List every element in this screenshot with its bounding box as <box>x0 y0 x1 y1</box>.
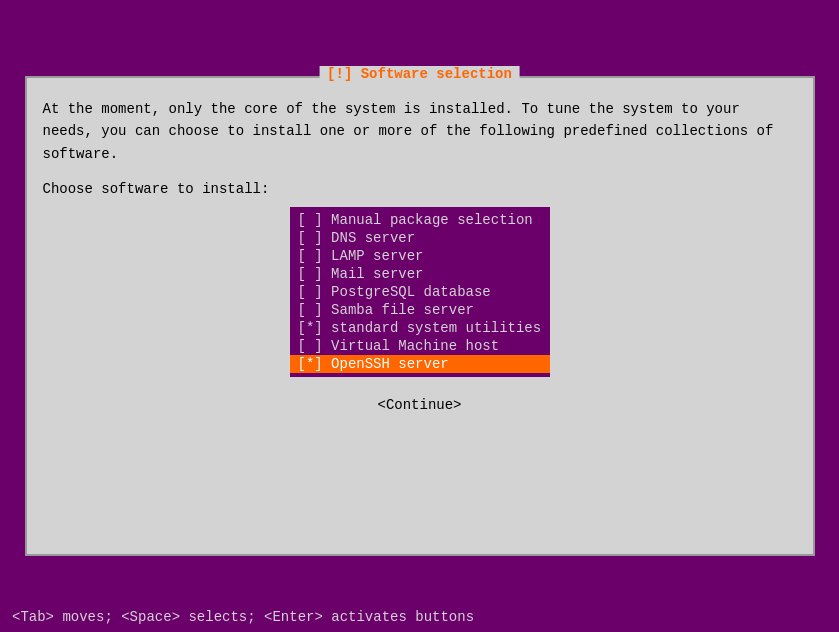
list-item-lamp[interactable]: [ ] LAMP server <box>290 247 550 265</box>
desc-line1: At the moment, only the core of the syst… <box>43 101 740 117</box>
list-item-standard[interactable]: [*] standard system utilities <box>290 319 550 337</box>
software-list-container: [ ] Manual package selection [ ] DNS ser… <box>43 207 797 538</box>
list-item-dns[interactable]: [ ] DNS server <box>290 229 550 247</box>
choose-label: Choose software to install: <box>43 181 797 197</box>
list-item-vm[interactable]: [ ] Virtual Machine host <box>290 337 550 355</box>
description: At the moment, only the core of the syst… <box>43 98 797 165</box>
desc-line2: needs, you can choose to install one or … <box>43 123 774 139</box>
software-list[interactable]: [ ] Manual package selection [ ] DNS ser… <box>290 207 550 377</box>
dialog-box: [!] Software selection At the moment, on… <box>25 76 815 556</box>
desc-line3: software. <box>43 146 119 162</box>
list-item-samba[interactable]: [ ] Samba file server <box>290 301 550 319</box>
status-bar: <Tab> moves; <Space> selects; <Enter> ac… <box>0 602 839 632</box>
continue-button[interactable]: <Continue> <box>377 397 461 413</box>
list-item-manual[interactable]: [ ] Manual package selection <box>290 211 550 229</box>
list-item-openssh[interactable]: [*] OpenSSH server <box>290 355 550 373</box>
list-item-postgresql[interactable]: [ ] PostgreSQL database <box>290 283 550 301</box>
dialog-content: At the moment, only the core of the syst… <box>43 98 797 538</box>
list-item-mail[interactable]: [ ] Mail server <box>290 265 550 283</box>
dialog-title: [!] Software selection <box>319 66 520 82</box>
